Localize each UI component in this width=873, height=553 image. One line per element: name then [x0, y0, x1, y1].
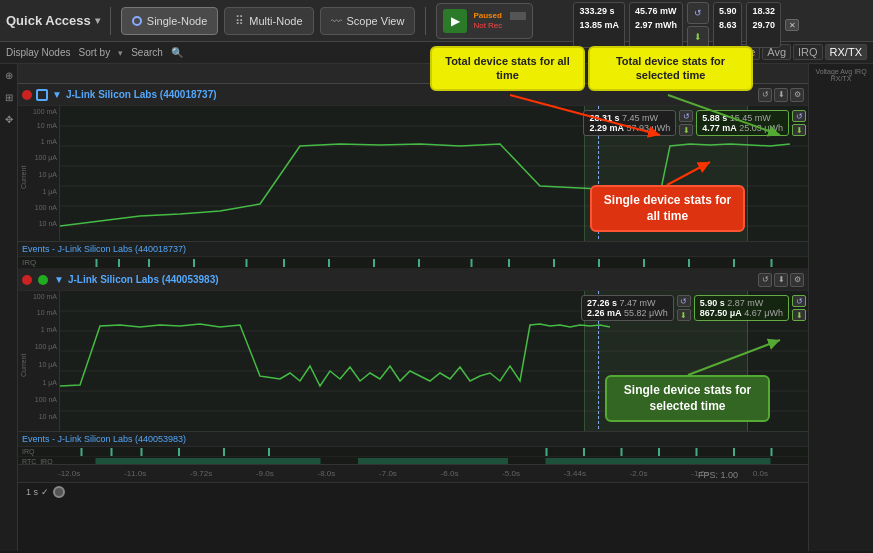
time-per-div-label: 1 s ✓ — [26, 487, 49, 497]
device1-all-time-stats: 28.31 s 7.45 mW 2.29 mA 57.93 μWh — [583, 110, 676, 136]
total-time-stat-box: 333.29 s 13.85 mA — [573, 2, 625, 48]
reset-stats-button[interactable]: ↺ — [687, 2, 709, 24]
device1-stat-buttons: ↺ ⬇ — [679, 110, 693, 136]
device1-settings-icon[interactable]: ⚙ — [790, 88, 804, 102]
device1-reset-button[interactable]: ↺ — [758, 88, 772, 102]
device2-download-button[interactable]: ⬇ — [774, 273, 788, 287]
d2-sel-power: 2.87 mW — [727, 298, 763, 308]
svg-rect-43 — [178, 448, 180, 456]
device1-sel-dl-btn[interactable]: ⬇ — [792, 124, 806, 136]
device2-stat-buttons: ↺ ⬇ — [677, 295, 691, 321]
svg-rect-28 — [553, 259, 555, 267]
record-button[interactable] — [510, 12, 526, 20]
time-label-4: -8.0s — [318, 469, 336, 478]
time-label-2: -9.72s — [190, 469, 212, 478]
device2-name: J-Link Silicon Labs (440053983) — [68, 274, 219, 285]
device2-events-header: Events - J-Link Silicon Labs (440053983) — [18, 431, 808, 447]
device2-waveform-line — [60, 324, 610, 386]
annotation-single-selected-time: Single device stats for selected time — [605, 375, 770, 422]
svg-rect-23 — [328, 259, 330, 267]
device1-irq-svg — [58, 257, 808, 268]
d2-sel-time: 5.90 s — [700, 298, 725, 308]
d1-sel-energy: 25.03 μWh — [739, 123, 783, 133]
y-label-100na: 100 nA — [35, 204, 57, 211]
device2-irq-row: IRQ — [18, 447, 808, 457]
d2-stat-energy: 55.82 μWh — [624, 308, 668, 318]
svg-rect-51 — [733, 448, 735, 456]
d2-sel-energy: 4.67 μWh — [744, 308, 783, 318]
d2-stat-power: 7.47 mW — [620, 298, 656, 308]
time-knob[interactable] — [53, 486, 65, 498]
download-icon: ⬇ — [694, 32, 702, 42]
bottom-status-bar: 1 s ✓ FPS: 1.00 — [18, 482, 808, 500]
sort-chevron-icon: ▾ — [118, 48, 123, 58]
device1-selected-stats: 5.88 s 15.45 mW 4.77 mA 25.03 μWh — [696, 110, 789, 136]
device1-sel-stat-buttons: ↺ ⬇ — [792, 110, 806, 136]
multi-node-button[interactable]: ⠿ Multi-Node — [224, 7, 313, 35]
total-current-value: 13.85 mA — [579, 20, 619, 30]
device2-reset-button[interactable]: ↺ — [758, 273, 772, 287]
device1-reset-stat-btn[interactable]: ↺ — [679, 110, 693, 122]
svg-rect-25 — [418, 259, 420, 267]
playback-controls: ▶ Paused Not Rec — [436, 3, 533, 39]
total-power-stat-box: 45.76 mW 2.97 mWh — [629, 2, 683, 48]
time-label-7: -5.0s — [502, 469, 520, 478]
annotation-single-all-label: Single device stats for all time — [604, 193, 731, 223]
single-node-button[interactable]: Single-Node — [121, 7, 219, 35]
toolbar-separator-2 — [425, 7, 426, 35]
right-sidebar-panel: Voltage Avg IRQ RX/TX — [808, 64, 873, 551]
y-label-10ua: 10 μA — [39, 171, 57, 178]
device2-sel-reset-btn[interactable]: ↺ — [792, 295, 806, 307]
svg-rect-46 — [546, 448, 548, 456]
device1-y-axis: Current 100 mA 10 mA 1 mA 100 μA 10 μA 1… — [18, 106, 60, 241]
device1-block: ▼ J-Link Silicon Labs (440018737) ↺ ⬇ ⚙ … — [18, 84, 808, 269]
svg-rect-48 — [621, 448, 623, 456]
device1-irq-ticks — [58, 257, 808, 268]
device1-stats-overlay: 28.31 s 7.45 mW 2.29 mA 57.93 μWh ↺ ⬇ 5.… — [583, 110, 806, 136]
svg-rect-18 — [118, 259, 120, 267]
download-stats-button[interactable]: ⬇ — [687, 26, 709, 48]
play-button[interactable]: ▶ — [443, 9, 467, 33]
stop-button[interactable] — [510, 21, 526, 29]
device2-on-dot[interactable] — [38, 275, 48, 285]
y-label-10ma: 10 mA — [37, 122, 57, 129]
svg-rect-47 — [583, 448, 585, 456]
device2-sel-dl-btn[interactable]: ⬇ — [792, 309, 806, 321]
device1-off-dot[interactable] — [22, 90, 32, 100]
device1-download-stat-btn[interactable]: ⬇ — [679, 124, 693, 136]
single-node-label: Single-Node — [147, 15, 208, 27]
sidebar-fit-icon[interactable]: ⊞ — [2, 90, 16, 104]
device1-sel-reset-btn[interactable]: ↺ — [792, 110, 806, 122]
device1-expand-icon[interactable] — [36, 89, 48, 101]
quick-access-menu[interactable]: Quick Access ▾ — [6, 13, 100, 28]
sel-power-val: 18.32 — [752, 6, 775, 16]
annotation-total-all-label: Total device stats for all time — [445, 55, 570, 81]
sidebar-pan-icon[interactable]: ✥ — [2, 112, 16, 126]
device2-download-stat-btn[interactable]: ⬇ — [677, 309, 691, 321]
sidebar-zoom-icon[interactable]: ⊕ — [2, 68, 16, 82]
svg-rect-30 — [643, 259, 645, 267]
svg-rect-19 — [148, 259, 150, 267]
time-axis-bar: -12.0s -11.0s -9.72s -9.0s -8.0s -7.0s -… — [18, 464, 808, 482]
right-panel-label: Voltage Avg IRQ RX/TX — [811, 68, 871, 82]
d2-y-1ua: 1 μA — [42, 379, 57, 386]
center-content: -9.79 s ▼ J-Link Silicon Labs (440018737… — [18, 64, 808, 551]
close-stat-button[interactable]: ✕ — [785, 19, 799, 31]
device2-settings-icon[interactable]: ⚙ — [790, 273, 804, 287]
y-label-1ma: 1 mA — [41, 138, 57, 145]
scope-view-button[interactable]: 〰 Scope View — [320, 7, 416, 35]
multi-node-label: Multi-Node — [249, 15, 302, 27]
single-node-icon — [132, 16, 142, 26]
d1-stat-time: 28.31 s — [589, 113, 619, 123]
svg-rect-29 — [598, 259, 600, 267]
svg-rect-17 — [96, 259, 98, 267]
device2-reset-stat-btn[interactable]: ↺ — [677, 295, 691, 307]
sel-current-val: 8.63 — [719, 20, 737, 30]
device2-irq-label: IRQ — [22, 448, 58, 455]
paused-status: Paused — [473, 11, 502, 20]
d1-stat-energy: 57.93 μWh — [627, 123, 671, 133]
device2-off-dot[interactable] — [22, 275, 32, 285]
time-label-5: -7.0s — [379, 469, 397, 478]
device1-download-button[interactable]: ⬇ — [774, 88, 788, 102]
rxtx-tab[interactable]: RX/TX — [825, 44, 867, 60]
